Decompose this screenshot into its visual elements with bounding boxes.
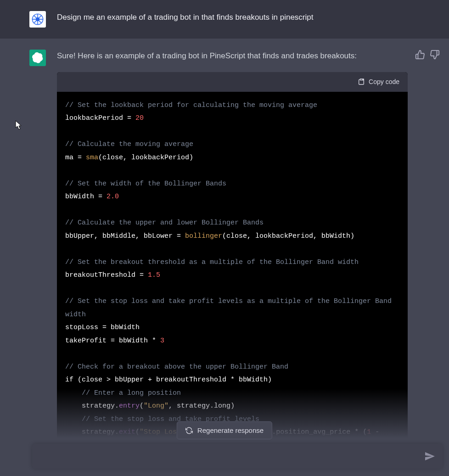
code-block-header: Copy code: [57, 72, 408, 91]
send-button[interactable]: [424, 451, 435, 462]
user-avatar: [29, 11, 46, 28]
send-icon: [424, 451, 435, 462]
clipboard-icon: [358, 78, 365, 85]
code-block: Copy code // Set the lookback period for…: [57, 72, 408, 460]
svg-point-1: [36, 18, 39, 21]
regenerate-label: Regenerate response: [197, 426, 264, 434]
regenerate-response-button[interactable]: Regenerate response: [177, 421, 272, 439]
thumbs-up-button[interactable]: [415, 50, 425, 60]
code-content: // Set the lookback period for calculati…: [57, 92, 408, 461]
message-input-bar: [32, 444, 443, 469]
refresh-icon: [185, 427, 193, 434]
assistant-message-row: Sure! Here is an example of a trading bo…: [0, 39, 449, 476]
assistant-intro-text: Sure! Here is an example of a trading bo…: [57, 51, 357, 60]
copy-code-label: Copy code: [369, 77, 399, 87]
user-message-text: Design me an example of a trading bot in…: [57, 11, 449, 28]
copy-code-button[interactable]: Copy code: [358, 77, 399, 87]
message-input[interactable]: [39, 452, 424, 460]
thumbs-down-button[interactable]: [430, 50, 440, 60]
user-message-row: Design me an example of a trading bot in…: [0, 0, 449, 39]
assistant-avatar: [29, 50, 46, 66]
assistant-message-content: Sure! Here is an example of a trading bo…: [57, 50, 449, 460]
